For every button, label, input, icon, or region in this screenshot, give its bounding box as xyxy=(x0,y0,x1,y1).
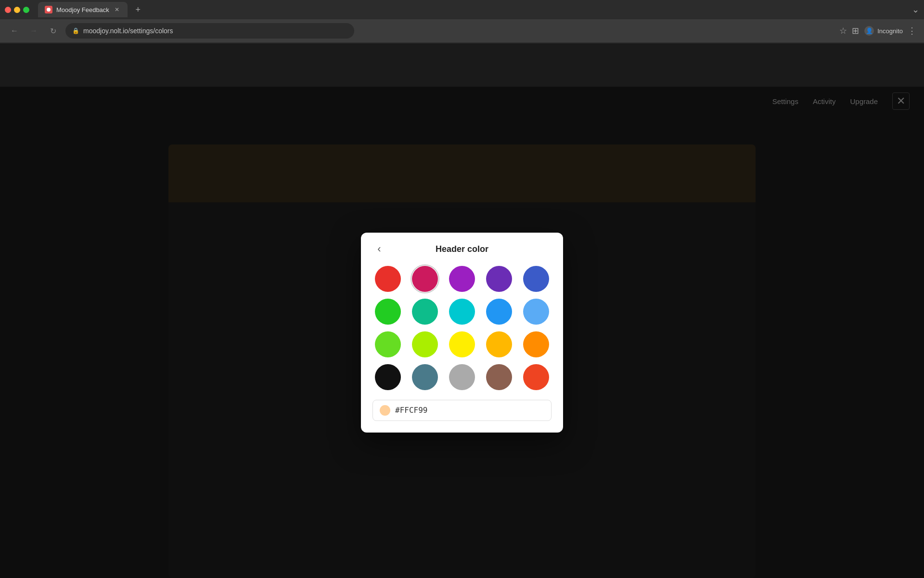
grid-icon[interactable]: ⊞ xyxy=(852,26,859,36)
svg-text:👤: 👤 xyxy=(866,27,873,34)
chevron-down-icon[interactable]: ⌄ xyxy=(912,4,919,15)
color-swatch-orange[interactable] xyxy=(523,331,549,357)
color-swatch-teal[interactable] xyxy=(412,299,438,325)
tab-title: Moodjoy Feedback xyxy=(56,6,109,13)
color-swatch-purple[interactable] xyxy=(449,266,475,292)
color-swatch-crimson[interactable] xyxy=(412,266,438,292)
color-swatch-slate[interactable] xyxy=(412,364,438,390)
tab-close-button[interactable]: ✕ xyxy=(113,6,121,13)
color-swatch-amber[interactable] xyxy=(486,331,512,357)
color-swatch-violet[interactable] xyxy=(486,266,512,292)
forward-button[interactable]: → xyxy=(27,24,40,38)
svg-point-0 xyxy=(47,8,51,12)
close-traffic-light[interactable] xyxy=(5,7,11,13)
nav-right: ☆ ⊞ 👤 Incognito ⋮ xyxy=(839,26,916,36)
lock-icon: 🔒 xyxy=(72,27,79,34)
hex-color-dot xyxy=(380,405,390,416)
color-swatch-red-orange[interactable] xyxy=(523,364,549,390)
modal-title: Header color xyxy=(436,244,488,254)
tab-favicon xyxy=(45,6,52,13)
modal-header: ‹ Header color xyxy=(372,244,552,254)
hex-input-field[interactable] xyxy=(395,406,544,415)
traffic-lights xyxy=(5,7,29,13)
tab-bar: Moodjoy Feedback ✕ + ⌄ xyxy=(0,0,924,19)
color-grid xyxy=(372,266,552,390)
color-picker-modal: ‹ Header color xyxy=(361,233,563,433)
back-button[interactable]: ← xyxy=(8,24,21,38)
color-swatch-brown[interactable] xyxy=(486,364,512,390)
page-background: Settings Activity Upgrade ✕ ‹ Header col… xyxy=(0,43,924,578)
color-swatch-red[interactable] xyxy=(375,266,401,292)
modal-back-button[interactable]: ‹ xyxy=(372,242,386,256)
color-swatch-blue[interactable] xyxy=(523,266,549,292)
color-swatch-cyan[interactable] xyxy=(449,299,475,325)
color-swatch-gray[interactable] xyxy=(449,364,475,390)
url-text: moodjoy.nolt.io/settings/colors xyxy=(83,27,173,35)
hex-input-row[interactable] xyxy=(372,400,552,421)
color-swatch-yellow[interactable] xyxy=(449,331,475,357)
incognito-badge: 👤 Incognito xyxy=(864,26,903,36)
active-tab[interactable]: Moodjoy Feedback ✕ xyxy=(38,2,128,17)
browser-chrome: Moodjoy Feedback ✕ + ⌄ ← → ↻ 🔒 moodjoy.n… xyxy=(0,0,924,43)
color-swatch-cornflower-blue[interactable] xyxy=(486,299,512,325)
nav-bar: ← → ↻ 🔒 moodjoy.nolt.io/settings/colors … xyxy=(0,19,924,42)
address-bar[interactable]: 🔒 moodjoy.nolt.io/settings/colors xyxy=(65,23,354,39)
new-tab-button[interactable]: + xyxy=(131,3,145,16)
color-swatch-lime-green[interactable] xyxy=(375,331,401,357)
maximize-traffic-light[interactable] xyxy=(23,7,29,13)
color-swatch-chartreuse[interactable] xyxy=(412,331,438,357)
back-arrow-icon: ‹ xyxy=(377,243,381,255)
reload-button[interactable]: ↻ xyxy=(46,24,60,38)
color-swatch-light-blue[interactable] xyxy=(523,299,549,325)
modal-overlay: ‹ Header color xyxy=(0,87,924,578)
color-swatch-green[interactable] xyxy=(375,299,401,325)
color-swatch-black[interactable] xyxy=(375,364,401,390)
star-icon[interactable]: ☆ xyxy=(839,26,847,36)
more-options-icon[interactable]: ⋮ xyxy=(908,26,916,36)
minimize-traffic-light[interactable] xyxy=(14,7,20,13)
incognito-label: Incognito xyxy=(877,27,903,35)
